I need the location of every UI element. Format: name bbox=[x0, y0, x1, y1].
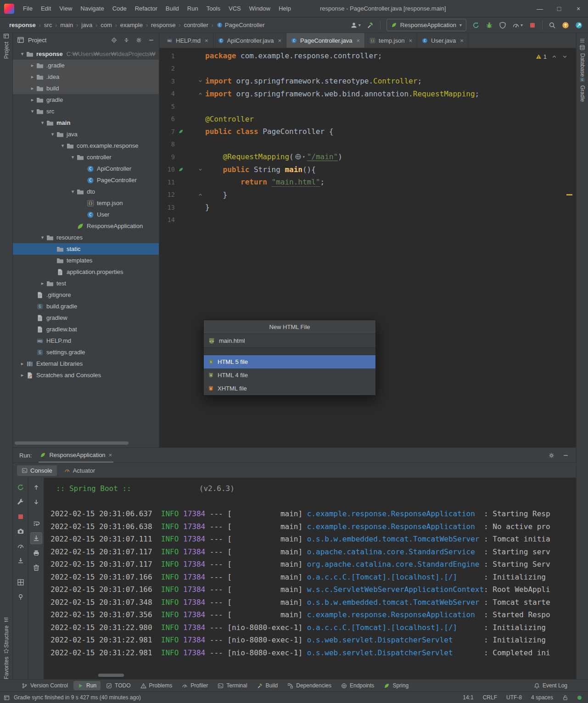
editor-tab-help-md[interactable]: MDHELP.md× bbox=[162, 33, 213, 48]
edit-run-configuration-button[interactable] bbox=[15, 496, 27, 508]
collapsed-arrow-icon[interactable]: ▸ bbox=[28, 74, 36, 80]
hide-panel-button[interactable] bbox=[148, 37, 154, 43]
maximize-window-button[interactable]: □ bbox=[549, 0, 569, 17]
tree-item-idea[interactable]: ▸.idea bbox=[13, 71, 159, 83]
tree-item-help-md[interactable]: MDHELP.md bbox=[13, 335, 159, 346]
tool-window-toggle-icon[interactable] bbox=[4, 695, 10, 701]
tree-item-test[interactable]: ▸test bbox=[13, 278, 159, 289]
tree-item-responseapplication[interactable]: ResponseApplication bbox=[13, 220, 159, 232]
breadcrumb-item-java-3[interactable]: java bbox=[81, 22, 92, 28]
run-with-coverage-button[interactable] bbox=[499, 22, 506, 29]
project-horizontal-scrollbar[interactable] bbox=[15, 441, 129, 445]
tree-item-user[interactable]: CUser bbox=[13, 209, 159, 220]
run-tab-actuator[interactable]: Actuator bbox=[60, 465, 100, 476]
close-tab-icon[interactable]: × bbox=[357, 37, 360, 44]
minimize-window-button[interactable]: — bbox=[530, 0, 549, 17]
tool-window-menu-icon[interactable] bbox=[579, 38, 585, 44]
console-horizontal-scrollbar[interactable] bbox=[98, 674, 124, 677]
tool-window-button-todo[interactable]: TODO bbox=[102, 681, 134, 690]
tree-item-settings-gradle[interactable]: Gsettings.gradle bbox=[13, 346, 159, 358]
tree-item-response[interactable]: ▾responseC:₩Users₩user₩IdeaProjects₩ bbox=[13, 48, 159, 60]
expanded-arrow-icon[interactable]: ▾ bbox=[39, 120, 46, 126]
stop-process-button[interactable] bbox=[15, 511, 27, 523]
run-anything-button[interactable] bbox=[575, 22, 582, 29]
breadcrumb-item-src-1[interactable]: src bbox=[44, 22, 52, 28]
menu-window[interactable]: Window bbox=[245, 0, 274, 17]
soft-wrap-button[interactable] bbox=[30, 518, 42, 530]
prev-occurrence-button[interactable] bbox=[30, 481, 42, 493]
tool-window-button-build[interactable]: Build bbox=[253, 681, 282, 690]
run-settings-button[interactable] bbox=[549, 452, 554, 458]
tree-item-build[interactable]: ▸build bbox=[13, 83, 159, 94]
search-everywhere-button[interactable] bbox=[549, 22, 556, 29]
tool-strip-button-database[interactable]: Database bbox=[579, 45, 586, 77]
tree-item-pagecontroller[interactable]: CPageController bbox=[13, 174, 159, 186]
expanded-arrow-icon[interactable]: ▾ bbox=[39, 234, 46, 240]
pin-tab-button[interactable] bbox=[15, 591, 27, 603]
close-tab-icon[interactable]: × bbox=[278, 37, 281, 44]
menu-code[interactable]: Code bbox=[108, 0, 131, 17]
caret-position[interactable]: 14:1 bbox=[463, 694, 473, 701]
tree-item-static[interactable]: static bbox=[13, 243, 159, 255]
menu-edit[interactable]: Edit bbox=[37, 0, 55, 17]
close-tab-icon[interactable]: × bbox=[409, 37, 412, 44]
prev-warning-icon[interactable] bbox=[551, 54, 557, 60]
tree-item-gradle[interactable]: ▸.gradle bbox=[13, 60, 159, 71]
tree-item-gradlew[interactable]: gradlew bbox=[13, 312, 159, 324]
rerun-application-button[interactable] bbox=[472, 22, 480, 29]
tree-item-templates[interactable]: templates bbox=[13, 255, 159, 266]
tool-window-button-spring[interactable]: Spring bbox=[380, 681, 413, 690]
tool-window-button-dependencies[interactable]: Dependencies bbox=[283, 681, 336, 690]
popup-option-xhtml-file[interactable]: XXHTML file bbox=[204, 382, 375, 395]
debug-button[interactable] bbox=[486, 22, 493, 29]
project-view-icon[interactable] bbox=[17, 36, 24, 44]
rerun-application-button[interactable] bbox=[15, 481, 27, 493]
tool-window-button-version-control[interactable]: Version Control bbox=[17, 681, 72, 690]
tree-item-dto[interactable]: ▾dto bbox=[13, 186, 159, 197]
tree-item-resources[interactable]: ▾resources bbox=[13, 232, 159, 243]
ide-update-button[interactable] bbox=[562, 22, 569, 29]
expanded-arrow-icon[interactable]: ▾ bbox=[69, 189, 77, 195]
tree-item-controller[interactable]: ▾controller bbox=[13, 151, 159, 163]
tool-strip-button-structure[interactable]: Structure bbox=[3, 617, 10, 648]
editor-tab-user-java[interactable]: CUser.java× bbox=[417, 33, 469, 48]
editor-tab-pagecontroller-java[interactable]: CPageController.java× bbox=[286, 33, 365, 48]
menu-tools[interactable]: Tools bbox=[202, 0, 224, 17]
build-project-button[interactable] bbox=[367, 22, 374, 29]
close-tab-icon[interactable]: × bbox=[205, 37, 208, 44]
menu-build[interactable]: Build bbox=[162, 0, 183, 17]
tool-strip-button-gradle[interactable]: GGradle bbox=[579, 77, 586, 102]
spring-bean-icon[interactable] bbox=[178, 167, 184, 173]
breadcrumb-item-pagecontroller-8[interactable]: CPageController bbox=[217, 22, 265, 28]
run-configuration-select[interactable]: ResponseApplication▾ bbox=[386, 19, 466, 31]
lock-icon[interactable] bbox=[562, 695, 568, 701]
fold-marker[interactable] bbox=[195, 78, 205, 84]
tool-window-button-profiler[interactable]: Profiler bbox=[178, 681, 212, 690]
menu-help[interactable]: Help bbox=[274, 0, 295, 17]
stop-button[interactable] bbox=[529, 22, 536, 29]
menu-refactor[interactable]: Refactor bbox=[131, 0, 162, 17]
console-output[interactable]: :: Spring Boot ::(v2.6.3) 2022-02-15 20:… bbox=[44, 478, 576, 679]
warning-stripe-mark[interactable] bbox=[566, 194, 572, 195]
line-separator[interactable]: CRLF bbox=[483, 694, 497, 701]
next-occurrence-button[interactable] bbox=[30, 496, 42, 508]
indent-size[interactable]: 4 spaces bbox=[531, 694, 553, 701]
locate-file-button[interactable] bbox=[111, 37, 117, 43]
layout-settings-button[interactable] bbox=[15, 576, 27, 588]
fold-marker[interactable] bbox=[195, 91, 205, 96]
tree-item-java[interactable]: ▾java bbox=[13, 128, 159, 140]
editor-tab-apicontroller-java[interactable]: CApiController.java× bbox=[213, 33, 286, 48]
collapsed-arrow-icon[interactable]: ▸ bbox=[28, 85, 36, 91]
tree-item-application-properties[interactable]: application.properties bbox=[13, 266, 159, 278]
editor-tab-temp-json[interactable]: {}temp.json× bbox=[365, 33, 417, 48]
breadcrumb-item-com-4[interactable]: com bbox=[101, 22, 112, 28]
tree-item-gradlew-bat[interactable]: gradlew.bat bbox=[13, 324, 159, 335]
menu-file[interactable]: File bbox=[19, 0, 37, 17]
fold-marker[interactable] bbox=[195, 192, 205, 197]
import-thread-dump-button[interactable] bbox=[15, 555, 27, 567]
tree-item-temp-json[interactable]: {}temp.json bbox=[13, 197, 159, 209]
breadcrumb-item-main-2[interactable]: main bbox=[60, 22, 73, 28]
tree-item-scratches-and-consoles[interactable]: ▸Scratches and Consoles bbox=[13, 369, 159, 381]
menu-vcs[interactable]: VCS bbox=[224, 0, 245, 17]
minimize-run-panel-button[interactable] bbox=[563, 452, 569, 458]
